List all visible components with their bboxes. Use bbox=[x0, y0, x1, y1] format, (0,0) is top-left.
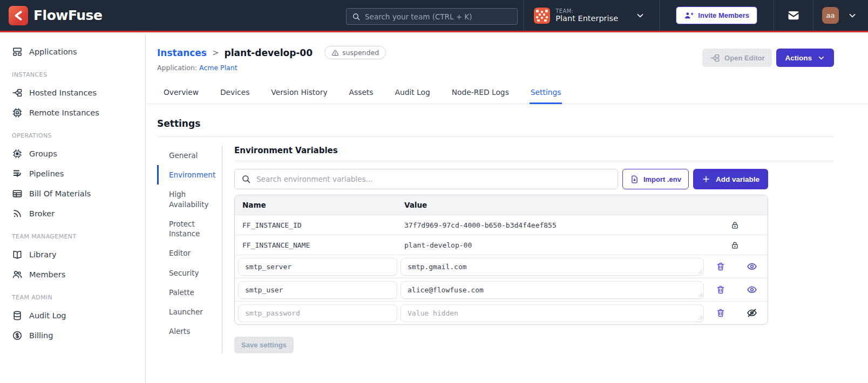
subnav-launcher[interactable]: Launcher bbox=[157, 302, 220, 322]
env-var-name-input[interactable] bbox=[238, 304, 397, 322]
team-search[interactable] bbox=[346, 8, 518, 25]
subnav-palette[interactable]: Palette bbox=[157, 283, 220, 302]
instance-name: plant-develop-00 bbox=[225, 47, 313, 58]
env-var-value-input[interactable]: smtp.gmail.com bbox=[401, 258, 704, 276]
env-var-value-input[interactable] bbox=[401, 304, 704, 322]
subnav-general[interactable]: General bbox=[157, 146, 220, 165]
main-content: Instances > plant-develop-00 suspended A… bbox=[146, 34, 868, 383]
env-var-value-input[interactable]: alice@flowfuse.com bbox=[401, 281, 704, 299]
divider bbox=[157, 136, 834, 137]
sidebar-item-label: Pipelines bbox=[29, 169, 64, 178]
tab-audit-log[interactable]: Audit Log bbox=[394, 84, 431, 104]
sidebar-item-pipelines[interactable]: Pipelines bbox=[0, 163, 145, 183]
sidebar-item-label: Members bbox=[29, 270, 65, 279]
env-var-name: FF_INSTANCE_ID bbox=[235, 221, 401, 229]
invite-members-button[interactable]: Invite Members bbox=[676, 6, 757, 24]
sidebar-item-label: Library bbox=[29, 250, 57, 259]
env-search-input[interactable] bbox=[256, 175, 611, 183]
save-settings-button[interactable]: Save settings bbox=[234, 337, 294, 353]
tab-settings[interactable]: Settings bbox=[530, 84, 562, 104]
tab-devices[interactable]: Devices bbox=[219, 84, 250, 104]
sidebar-item-broker[interactable]: Broker bbox=[0, 203, 145, 223]
sidebar-item-label: Audit Log bbox=[29, 311, 66, 320]
show-value-button[interactable] bbox=[745, 260, 758, 273]
column-header-value: Value bbox=[401, 201, 702, 209]
add-variable-button[interactable]: Add variable bbox=[693, 169, 768, 189]
currency-dollar-icon bbox=[12, 330, 23, 341]
hide-value-button[interactable] bbox=[745, 306, 758, 319]
env-search[interactable] bbox=[234, 169, 618, 189]
env-var-name-input[interactable] bbox=[238, 258, 397, 276]
sidebar-item-hosted-instances[interactable]: Hosted Instances bbox=[0, 83, 145, 102]
trash-icon bbox=[716, 308, 725, 318]
sidebar-item-remote-instances[interactable]: Remote Instances bbox=[0, 102, 145, 122]
user-avatar: aa bbox=[822, 7, 839, 24]
sidebar-item-members[interactable]: Members bbox=[0, 264, 145, 284]
notifications-button[interactable] bbox=[774, 0, 813, 31]
table-icon bbox=[12, 188, 23, 199]
application-link[interactable]: Acme Plant bbox=[199, 64, 238, 72]
column-header-name: Name bbox=[235, 201, 401, 209]
show-value-button[interactable] bbox=[745, 283, 758, 296]
actions-button[interactable]: Actions bbox=[776, 49, 834, 67]
sidebar-item-label: Hosted Instances bbox=[29, 88, 97, 97]
sidebar-item-audit-log[interactable]: Audit Log bbox=[0, 305, 145, 325]
search-icon bbox=[352, 12, 361, 21]
table-row: FF_INSTANCE_NAME plant-develop-00 bbox=[235, 235, 768, 255]
flowfuse-brand[interactable]: FlowFuse bbox=[0, 6, 111, 25]
delete-variable-button[interactable] bbox=[715, 307, 727, 319]
search-input[interactable] bbox=[365, 12, 512, 21]
database-icon bbox=[12, 310, 23, 321]
delete-variable-button[interactable] bbox=[715, 284, 727, 296]
actions-label: Actions bbox=[785, 54, 812, 62]
team-selector[interactable]: TEAM: Plant Enterprise bbox=[524, 0, 659, 31]
tab-version-history[interactable]: Version History bbox=[270, 84, 328, 104]
search-icon bbox=[241, 174, 251, 184]
sidebar-item-groups[interactable]: Groups bbox=[0, 143, 145, 163]
subnav-alerts[interactable]: Alerts bbox=[157, 322, 220, 341]
sidebar-item-applications[interactable]: Applications bbox=[0, 42, 145, 61]
tab-overview[interactable]: Overview bbox=[162, 84, 200, 104]
table-row: smtp.gmail.com bbox=[235, 255, 768, 278]
warning-triangle-icon bbox=[331, 49, 339, 57]
open-editor-button[interactable]: Open Editor bbox=[702, 49, 772, 67]
env-variables-table: Name Value FF_INSTANCE_ID 37f7d969-97cd-… bbox=[234, 195, 768, 325]
lock-icon bbox=[702, 241, 768, 250]
application-label: Application: bbox=[157, 64, 197, 72]
trash-icon bbox=[716, 285, 725, 295]
table-row: FF_INSTANCE_ID 37f7d969-97cd-4000-b650-b… bbox=[235, 215, 768, 235]
env-var-value: plant-develop-00 bbox=[401, 241, 702, 249]
import-env-button[interactable]: Import .env bbox=[622, 169, 689, 189]
env-var-name: FF_INSTANCE_NAME bbox=[235, 241, 401, 249]
settings-subnav: General Environment High Availability Pr… bbox=[157, 146, 220, 353]
tab-node-red-logs[interactable]: Node-RED Logs bbox=[451, 84, 510, 104]
subnav-high-availability[interactable]: High Availability bbox=[157, 184, 220, 214]
instance-tabs: Overview Devices Version History Assets … bbox=[146, 84, 868, 104]
sidebar-item-bill-of-materials[interactable]: Bill Of Materials bbox=[0, 183, 145, 203]
user-menu[interactable]: aa bbox=[813, 7, 868, 24]
subnav-editor[interactable]: Editor bbox=[157, 243, 220, 263]
subnav-environment[interactable]: Environment bbox=[157, 165, 220, 184]
tab-assets[interactable]: Assets bbox=[348, 84, 375, 104]
sidebar-item-label: Applications bbox=[29, 47, 77, 56]
eye-icon bbox=[747, 284, 757, 295]
users-icon bbox=[12, 269, 23, 280]
breadcrumb-instances-link[interactable]: Instances bbox=[157, 47, 207, 58]
table-row: alice@flowfuse.com bbox=[235, 278, 768, 301]
pipelines-icon bbox=[12, 168, 23, 179]
flow-icon bbox=[12, 87, 23, 98]
add-variable-label: Add variable bbox=[716, 175, 760, 183]
table-row bbox=[235, 301, 768, 324]
env-var-name-input[interactable] bbox=[238, 281, 397, 299]
environment-panel: Environment Variables Import .env bbox=[222, 146, 834, 353]
eye-icon bbox=[747, 261, 757, 272]
sidebar-item-label: Bill Of Materials bbox=[29, 189, 91, 198]
subnav-security[interactable]: Security bbox=[157, 263, 220, 283]
user-plus-icon bbox=[684, 11, 694, 20]
delete-variable-button[interactable] bbox=[715, 261, 727, 272]
sidebar-item-library[interactable]: Library bbox=[0, 244, 145, 264]
subnav-protect-instance[interactable]: Protect Instance bbox=[157, 214, 220, 243]
chevron-down-icon bbox=[847, 11, 857, 20]
flow-icon bbox=[710, 53, 720, 63]
sidebar-item-billing[interactable]: Billing bbox=[0, 325, 145, 345]
